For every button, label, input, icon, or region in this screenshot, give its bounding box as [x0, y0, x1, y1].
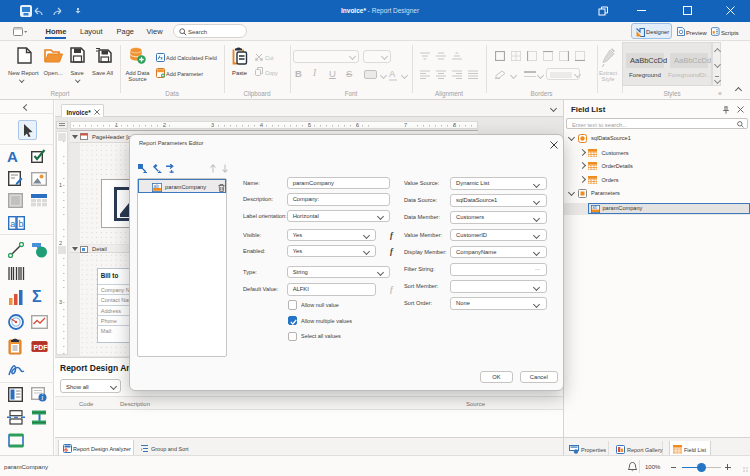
svg-text:ab: ab — [153, 183, 159, 189]
svg-text:b: b — [18, 219, 23, 229]
svg-text:a: a — [10, 219, 15, 229]
svg-text:ab: ab — [592, 205, 598, 210]
svg-text:PDF: PDF — [34, 344, 49, 351]
svg-text:i: i — [41, 393, 43, 402]
